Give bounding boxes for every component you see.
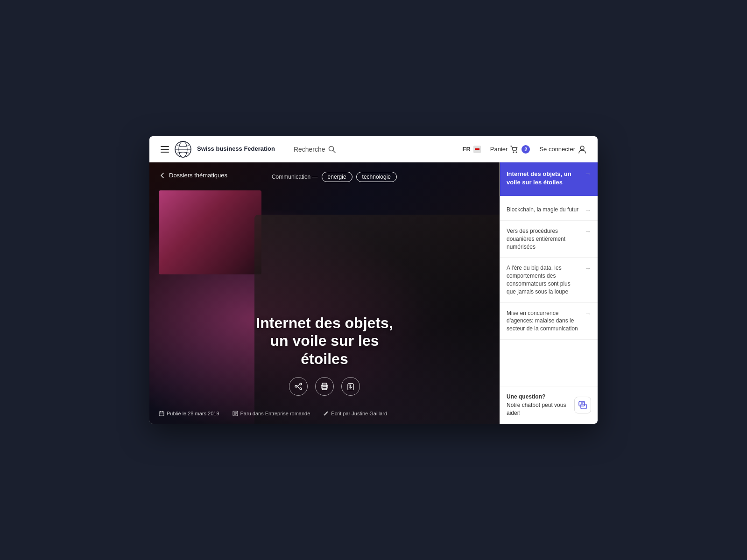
- chatbot-section: Une question? Notre chatbot peut vous ai…: [500, 386, 598, 424]
- cart-label: Panier: [490, 146, 508, 153]
- svg-line-13: [297, 385, 300, 386]
- back-arrow-icon: [159, 172, 165, 179]
- lang-label: FR: [462, 146, 470, 153]
- back-label: Dossiers thématiques: [169, 172, 227, 179]
- login-button[interactable]: Se connecter: [539, 145, 586, 154]
- calendar-icon: [159, 411, 164, 416]
- download-icon: [347, 383, 354, 390]
- svg-line-14: [297, 386, 300, 388]
- print-button[interactable]: [315, 377, 334, 396]
- chatbot-subtitle: Notre chatbot peut vous aider!: [507, 402, 566, 416]
- search-label: Recherche: [294, 146, 325, 153]
- svg-point-9: [580, 146, 584, 150]
- back-navigation[interactable]: Dossiers thématiques: [159, 172, 227, 179]
- sidebar-item-text-4: Mise en concurrence d'agences: malaise d…: [507, 309, 581, 333]
- sidebar-active-text: Internet des objets, un voile sur les ét…: [507, 170, 581, 187]
- header-right: FR Panier 2 Se connecter: [462, 145, 586, 154]
- arrow-icon-2: →: [585, 228, 591, 235]
- hero-section: Dossiers thématiques Communication — ene…: [149, 162, 500, 424]
- brand-name: Swiss business Federation: [197, 145, 275, 153]
- arrow-icon-1: →: [585, 206, 591, 214]
- chatbot-text: Une question? Notre chatbot peut vous ai…: [507, 393, 571, 417]
- sidebar-item-1[interactable]: Blockchain, la magie du futur →: [500, 199, 598, 221]
- arrow-right-icon: →: [585, 170, 591, 177]
- chatbot-title: Une question?: [507, 393, 571, 401]
- sidebar-item-text-2: Vers des procédures douanières entièreme…: [507, 227, 581, 251]
- svg-point-7: [513, 151, 514, 153]
- svg-point-18: [326, 386, 327, 387]
- publish-date: Publié le 28 mars 2019: [159, 411, 219, 416]
- user-icon: [578, 145, 586, 154]
- action-buttons: [289, 377, 360, 396]
- logo-icon: [175, 141, 191, 158]
- svg-rect-22: [159, 412, 164, 416]
- download-button[interactable]: [341, 377, 360, 396]
- sidebar-item-2[interactable]: Vers des procédures douanières entièreme…: [500, 221, 598, 258]
- chatbot-button[interactable]: [574, 397, 591, 413]
- svg-rect-15: [322, 383, 327, 386]
- pen-icon: [323, 411, 329, 416]
- tags-row: Communication — energie technologie: [272, 172, 397, 182]
- svg-rect-32: [581, 404, 586, 409]
- arrow-icon-3: →: [585, 265, 591, 272]
- cart-icon: [510, 145, 519, 154]
- publication-source: Paru dans Entreprise romande: [233, 411, 310, 416]
- arrow-icon-4: →: [585, 310, 591, 317]
- cart-button[interactable]: Panier 2: [490, 145, 530, 154]
- svg-line-4: [333, 150, 335, 153]
- tag-energie[interactable]: energie: [322, 172, 352, 182]
- menu-button[interactable]: [161, 146, 169, 153]
- svg-point-12: [295, 385, 297, 387]
- hero-title: Internet des objets, un voile sur les ét…: [245, 314, 404, 368]
- browser-window: Swiss business Federation Recherche FR: [149, 136, 598, 424]
- tag-prefix: Communication —: [272, 174, 318, 180]
- author-info: Écrit par Justine Gaillard: [323, 411, 387, 416]
- chat-icon: [578, 400, 587, 410]
- sidebar-item-text-1: Blockchain, la magie du futur: [507, 206, 581, 214]
- svg-point-8: [516, 151, 517, 153]
- svg-line-30: [327, 413, 327, 413]
- header: Swiss business Federation Recherche FR: [149, 136, 598, 162]
- sidebar-active-item[interactable]: Internet des objets, un voile sur les ét…: [500, 162, 598, 196]
- search-icon: [328, 146, 336, 153]
- sidebar-item-3[interactable]: A l'ère du big data, les comportements d…: [500, 258, 598, 302]
- cart-badge: 2: [521, 145, 530, 154]
- svg-rect-6: [475, 148, 479, 150]
- login-label: Se connecter: [539, 146, 575, 153]
- tag-technologie[interactable]: technologie: [356, 172, 397, 182]
- search-area[interactable]: Recherche: [294, 146, 336, 153]
- newspaper-icon: [233, 411, 238, 416]
- sidebar-item-text-3: A l'ère du big data, les comportements d…: [507, 264, 581, 295]
- svg-point-10: [300, 383, 302, 385]
- sidebar-item-4[interactable]: Mise en concurrence d'agences: malaise d…: [500, 303, 598, 340]
- share-icon: [295, 383, 302, 390]
- language-switcher[interactable]: FR: [462, 146, 480, 153]
- main-content: Dossiers thématiques Communication — ene…: [149, 162, 598, 424]
- sidebar-items-list: Blockchain, la magie du futur → Vers des…: [500, 197, 598, 386]
- flag-icon: [473, 146, 481, 153]
- print-icon: [321, 383, 328, 390]
- svg-point-11: [300, 388, 302, 390]
- screen-glow: [159, 190, 261, 274]
- hero-footer: Publié le 28 mars 2019 Paru dans Entrepr…: [159, 411, 387, 416]
- sidebar: Internet des objets, un voile sur les ét…: [500, 162, 598, 424]
- header-left: Swiss business Federation: [161, 141, 275, 158]
- share-button[interactable]: [289, 377, 308, 396]
